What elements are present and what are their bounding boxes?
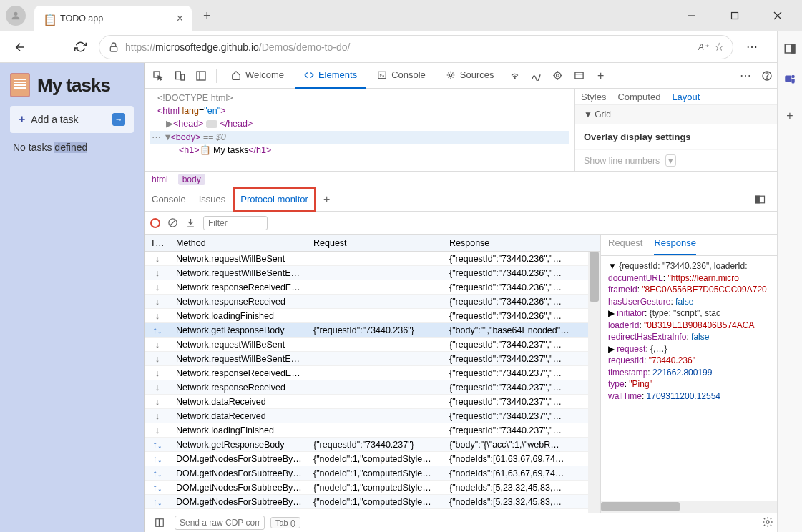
clear-button[interactable] — [167, 217, 178, 228]
add-task-button[interactable]: + Add a task → — [10, 106, 134, 133]
col-method[interactable]: Method — [170, 238, 308, 248]
table-row[interactable]: ↓Network.dataReceived{"requestId":"73440… — [145, 409, 600, 423]
tab-close-icon[interactable]: × — [177, 12, 183, 25]
close-window-button[interactable] — [765, 3, 791, 29]
table-row[interactable]: ↓Network.responseReceived{"requestId":"7… — [145, 380, 600, 395]
split-screen-icon[interactable] — [781, 40, 798, 57]
reader-icon[interactable]: A⁺ — [698, 42, 708, 52]
table-row[interactable]: ↑↓Network.getResponseBody{"requestId":"7… — [145, 438, 600, 452]
plus-icon: + — [19, 113, 25, 126]
devtools-toolbar: Welcome Elements Console Sources + ⋯ — [145, 63, 802, 89]
table-row[interactable]: ↓Network.dataReceived{"requestId":"73440… — [145, 395, 600, 409]
browser-titlebar: 📋 TODO app × + — [0, 0, 802, 31]
dock-side-icon[interactable] — [750, 190, 769, 209]
detail-body[interactable]: ▼ {requestId: "73440.236", loaderId: doc… — [601, 256, 802, 513]
table-scrollbar[interactable] — [588, 252, 600, 513]
teams-icon[interactable] — [781, 70, 798, 87]
dom-tree[interactable]: <!DOCTYPE html> <html lang="en"> ▶<head>… — [145, 89, 574, 171]
drawer-add-tab[interactable]: + — [323, 193, 330, 206]
protocol-header: Type Method Request Response — [145, 235, 600, 252]
window-controls — [679, 3, 796, 29]
col-response[interactable]: Response — [444, 238, 600, 248]
table-row[interactable]: ↑↓Network.getResponseBody{"requestId":"7… — [145, 323, 600, 338]
styles-tab-computed[interactable]: Computed — [617, 92, 660, 102]
tab-elements[interactable]: Elements — [295, 63, 366, 89]
add-sidebar-icon[interactable]: + — [781, 107, 798, 124]
application-icon[interactable] — [570, 66, 589, 85]
drawer-tab-console[interactable]: Console — [152, 187, 186, 212]
edge-sidebar: + — [777, 31, 802, 532]
styles-tab-layout[interactable]: Layout — [672, 92, 700, 102]
tab-console[interactable]: Console — [368, 63, 434, 89]
col-request[interactable]: Request — [308, 238, 444, 248]
refresh-button[interactable] — [69, 36, 92, 59]
detail-tab-request[interactable]: Request — [608, 237, 642, 255]
maximize-button[interactable] — [722, 3, 748, 29]
svg-point-40 — [791, 75, 795, 79]
menu-button[interactable]: ⋯ — [740, 36, 763, 59]
detail-tab-response[interactable]: Response — [654, 237, 696, 255]
svg-rect-8 — [176, 72, 181, 79]
table-row[interactable]: ↑↓DOM.getNodesForSubtreeByStyle{"nodeId"… — [145, 481, 600, 495]
favorite-icon[interactable]: ☆ — [714, 40, 724, 54]
table-row[interactable]: ↓Network.requestWillBeSent{"requestId":"… — [145, 338, 600, 352]
performance-icon[interactable] — [527, 66, 546, 85]
table-row[interactable]: ↓Network.requestWillBeSentExtraI…{"reque… — [145, 266, 600, 280]
table-row[interactable]: ↑↓DOM.getNodesForSubtreeByStyle{"nodeId"… — [145, 466, 600, 481]
browser-tab[interactable]: 📋 TODO app × — [34, 6, 192, 31]
table-row[interactable]: ↑↓Overlay.hideHighlight{}{} — [145, 509, 600, 513]
network-icon[interactable] — [506, 66, 524, 85]
profile-button[interactable] — [6, 6, 26, 26]
styles-tab-styles[interactable]: Styles — [581, 92, 606, 102]
record-button[interactable] — [150, 218, 160, 228]
show-line-numbers[interactable]: Show line numbers ▾ — [575, 149, 802, 171]
tab-welcome[interactable]: Welcome — [222, 63, 293, 89]
drawer-tabs: Console Issues Protocol monitor + — [145, 187, 802, 212]
new-tab-button[interactable]: + — [197, 6, 217, 26]
device-icon[interactable] — [170, 66, 189, 85]
protocol-detail: Request Response ▼ {requestId: "73440.23… — [600, 235, 802, 513]
url-text: https://microsoftedge.github.io/Demos/de… — [125, 41, 350, 53]
tab-sources[interactable]: Sources — [437, 63, 503, 89]
table-row[interactable]: ↑↓DOM.getNodesForSubtreeByStyle{"nodeId"… — [145, 495, 600, 509]
cdp-input[interactable] — [175, 516, 265, 530]
svg-point-15 — [554, 72, 561, 79]
table-row[interactable]: ↓Network.responseReceived{"requestId":"7… — [145, 295, 600, 309]
settings-gear-icon[interactable] — [762, 516, 773, 528]
memory-icon[interactable] — [549, 66, 567, 85]
detail-h-scrollbar[interactable] — [601, 501, 790, 513]
more-tabs-icon[interactable]: + — [592, 66, 610, 85]
table-row[interactable]: ↑↓DOM.getNodesForSubtreeByStyle{"nodeId"… — [145, 452, 600, 466]
crumb-html[interactable]: html — [152, 174, 168, 184]
table-row[interactable]: ↓Network.loadingFinished{"requestId":"73… — [145, 423, 600, 438]
drawer-tab-issues[interactable]: Issues — [199, 187, 226, 212]
inspect-icon[interactable] — [149, 66, 167, 85]
dom-doctype[interactable]: <!DOCTYPE html> — [150, 92, 569, 104]
url-input[interactable]: https://microsoftedge.github.io/Demos/de… — [99, 35, 733, 59]
svg-point-16 — [557, 74, 559, 77]
table-row[interactable]: ↓Network.responseReceivedExtraI…{"reques… — [145, 366, 600, 380]
dom-breadcrumb: html body — [145, 172, 802, 187]
table-row[interactable]: ↓Network.requestWillBeSent{"requestId":"… — [145, 252, 600, 266]
cdp-console-icon[interactable] — [150, 513, 169, 532]
more-icon[interactable]: ⋯ — [736, 66, 755, 85]
help-icon[interactable] — [758, 66, 776, 85]
svg-point-24 — [767, 78, 768, 79]
grid-section[interactable]: ▼ Grid — [575, 105, 802, 124]
lock-icon — [108, 41, 119, 53]
protocol-table: Type Method Request Response ↓Network.re… — [145, 235, 600, 513]
filter-input[interactable] — [203, 216, 268, 230]
dock-icon[interactable] — [192, 66, 210, 85]
crumb-body[interactable]: body — [178, 174, 205, 185]
col-type[interactable]: Type — [145, 238, 170, 248]
overlay-settings-title: Overlay display settings — [575, 124, 802, 149]
table-row[interactable]: ↓Network.requestWillBeSentExtraI…{"reque… — [145, 352, 600, 366]
minimize-button[interactable] — [679, 3, 705, 29]
table-row[interactable]: ↓Network.loadingFinished{"requestId":"73… — [145, 309, 600, 323]
svg-rect-10 — [197, 72, 205, 80]
back-button[interactable] — [9, 36, 31, 59]
download-button[interactable] — [185, 217, 196, 228]
submit-arrow-icon[interactable]: → — [112, 113, 125, 126]
drawer-tab-protocol[interactable]: Protocol monitor — [233, 187, 316, 212]
table-row[interactable]: ↓Network.responseReceivedExtraI…{"reques… — [145, 280, 600, 295]
